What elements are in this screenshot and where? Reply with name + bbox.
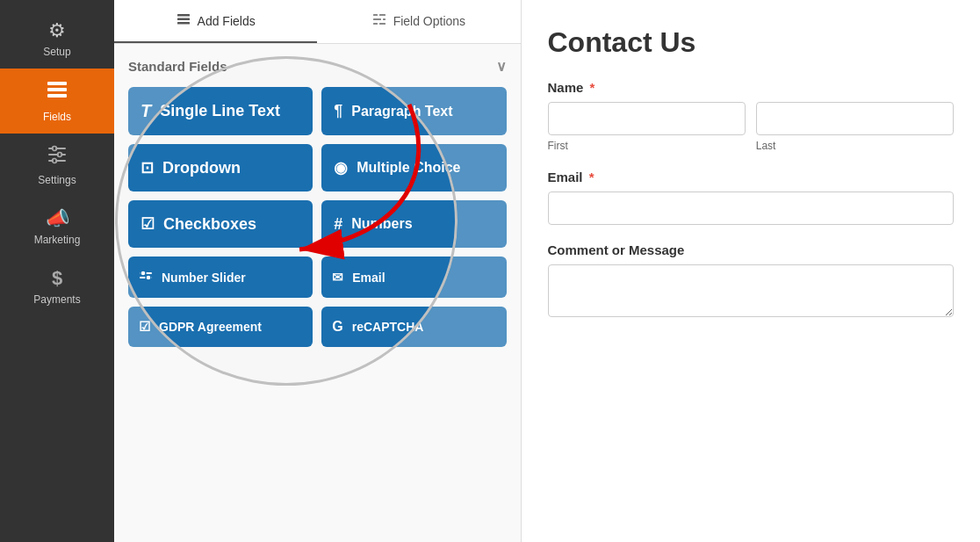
comment-textarea[interactable] — [548, 264, 955, 317]
preview-panel: Contact Us Name * First Last Email * Com… — [522, 0, 981, 542]
field-options-tab-icon — [372, 12, 386, 29]
svg-rect-12 — [177, 14, 190, 17]
email-input[interactable] — [548, 192, 955, 225]
fields-area: Standard Fields ∨ T Single Line Text ¶ P… — [114, 44, 521, 542]
first-name-sublabel: First — [548, 140, 746, 152]
svg-rect-17 — [373, 18, 381, 20]
form-label-comment: Comment or Message — [548, 242, 955, 257]
form-field-email: Email * — [548, 170, 955, 225]
svg-rect-13 — [177, 18, 190, 21]
field-btn-label: Dropdown — [162, 159, 241, 177]
field-btn-checkboxes[interactable]: ☑ Checkboxes — [128, 200, 313, 248]
svg-rect-1 — [47, 88, 67, 91]
form-field-name: Name * First Last — [548, 80, 955, 152]
field-btn-number-slider[interactable]: Number Slider — [128, 257, 313, 298]
svg-rect-20 — [379, 23, 386, 25]
first-name-input[interactable] — [548, 102, 746, 135]
form-label-name: Name * — [548, 80, 955, 95]
numbers-icon: # — [334, 215, 342, 234]
svg-point-11 — [53, 159, 57, 163]
field-btn-multiple-choice[interactable]: ◉ Multiple Choice — [321, 144, 506, 192]
fields-icon — [46, 79, 68, 107]
comment-label-text: Comment or Message — [548, 242, 685, 257]
sidebar: ⚙ Setup Fields Setti — [0, 0, 114, 542]
section-header: Standard Fields ∨ — [128, 58, 507, 75]
payments-icon: $ — [52, 267, 62, 290]
main-panel: Add Fields Field Options Standard Fields… — [114, 0, 522, 542]
sidebar-item-payments[interactable]: $ Payments — [0, 257, 114, 316]
field-btn-label: GDPR Agreement — [159, 320, 262, 334]
field-btn-label: Email — [352, 271, 385, 285]
field-btn-label: Numbers — [351, 216, 412, 232]
sidebar-item-settings[interactable]: Settings — [0, 134, 114, 197]
sidebar-item-fields[interactable]: Fields — [0, 69, 114, 134]
svg-rect-18 — [383, 18, 386, 20]
field-btn-label: reCAPTCHA — [352, 320, 424, 334]
checkboxes-icon: ☑ — [141, 214, 155, 234]
tab-add-fields[interactable]: Add Fields — [114, 0, 317, 43]
field-btn-label: Single Line Text — [160, 102, 280, 120]
required-indicator: * — [589, 170, 594, 184]
field-btn-label: Multiple Choice — [357, 160, 460, 176]
sidebar-item-marketing[interactable]: 📣 Marketing — [0, 197, 114, 257]
settings-icon — [47, 144, 68, 170]
sidebar-item-label: Payments — [33, 293, 80, 306]
sidebar-item-label: Setup — [43, 46, 70, 58]
svg-rect-2 — [47, 94, 67, 98]
multiple-choice-icon: ◉ — [334, 158, 348, 177]
svg-rect-0 — [47, 82, 67, 85]
tab-field-options[interactable]: Field Options — [317, 0, 520, 43]
section-title: Standard Fields — [128, 59, 227, 74]
field-btn-dropdown[interactable]: ⊡ Dropdown — [128, 144, 313, 192]
paragraph-text-icon: ¶ — [334, 102, 342, 120]
form-field-comment: Comment or Message — [548, 242, 955, 321]
gear-icon: ⚙ — [48, 19, 66, 42]
sidebar-item-label: Marketing — [34, 234, 81, 246]
field-btn-gdpr-agreement[interactable]: ☑ GDPR Agreement — [128, 307, 313, 347]
recaptcha-icon: G — [332, 319, 342, 335]
field-btn-recaptcha[interactable]: G reCAPTCHA — [321, 307, 506, 347]
tabs: Add Fields Field Options — [114, 0, 521, 44]
field-btn-email[interactable]: ✉ Email — [321, 257, 506, 298]
marketing-icon: 📣 — [46, 207, 69, 230]
sidebar-item-label: Fields — [43, 111, 71, 123]
svg-rect-15 — [373, 14, 378, 16]
gdpr-icon: ☑ — [139, 319, 150, 335]
svg-point-24 — [146, 275, 151, 280]
last-name-sublabel: Last — [756, 140, 954, 152]
sidebar-item-setup[interactable]: ⚙ Setup — [0, 9, 114, 69]
required-indicator: * — [590, 80, 595, 95]
form-label-email: Email * — [548, 170, 955, 184]
svg-point-9 — [53, 147, 57, 151]
email-icon: ✉ — [332, 270, 343, 285]
name-row: First Last — [548, 102, 955, 152]
tab-field-options-label: Field Options — [393, 14, 465, 28]
dropdown-icon: ⊡ — [141, 158, 154, 177]
last-name-input[interactable] — [756, 102, 954, 135]
field-btn-label: Checkboxes — [163, 215, 256, 234]
preview-title: Contact Us — [548, 26, 955, 59]
single-line-text-icon: T — [141, 101, 151, 121]
field-btn-numbers[interactable]: # Numbers — [321, 200, 506, 248]
svg-rect-16 — [379, 14, 386, 16]
last-name-wrap: Last — [756, 102, 954, 152]
number-slider-icon — [139, 269, 153, 285]
field-btn-label: Number Slider — [162, 271, 246, 285]
svg-point-10 — [58, 153, 62, 157]
svg-point-23 — [141, 271, 146, 276]
svg-rect-19 — [373, 23, 378, 25]
tab-add-fields-label: Add Fields — [198, 14, 256, 28]
sidebar-item-label: Settings — [38, 174, 76, 186]
add-fields-tab-icon — [177, 12, 191, 29]
field-btn-paragraph-text[interactable]: ¶ Paragraph Text — [321, 87, 506, 135]
fields-grid: T Single Line Text ¶ Paragraph Text ⊡ Dr… — [128, 87, 507, 347]
field-btn-label: Paragraph Text — [351, 104, 452, 119]
svg-rect-14 — [177, 22, 190, 25]
first-name-wrap: First — [548, 102, 746, 152]
chevron-down-icon[interactable]: ∨ — [496, 58, 507, 75]
field-btn-single-line-text[interactable]: T Single Line Text — [128, 87, 313, 135]
